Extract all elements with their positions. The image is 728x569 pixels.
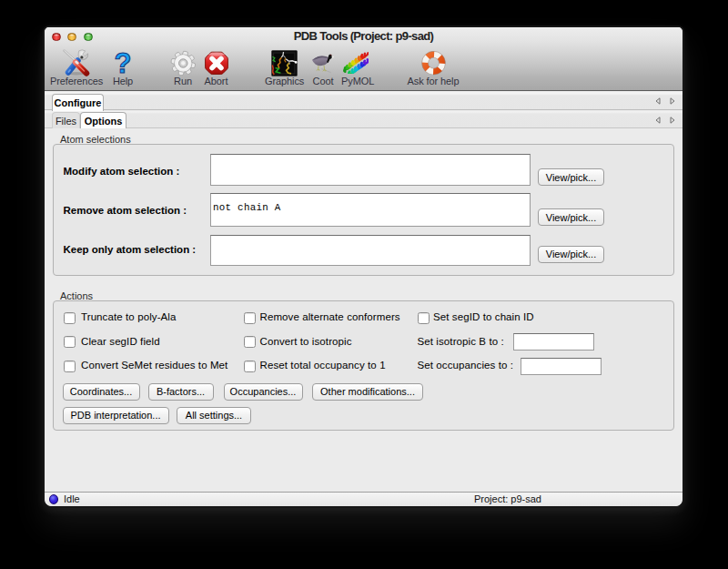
svg-text:?: ? bbox=[115, 49, 132, 76]
